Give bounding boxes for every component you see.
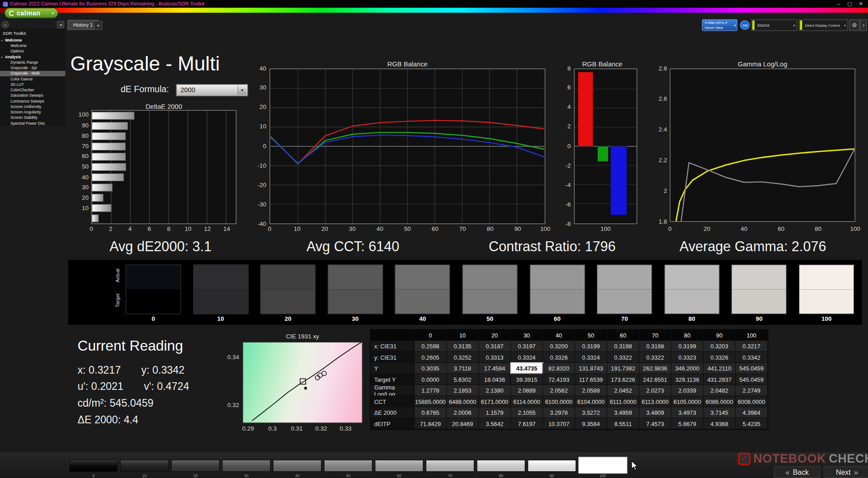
table-cell: 3.4809 <box>639 407 671 418</box>
patch-button-30[interactable] <box>222 460 271 472</box>
axis-tick-label: 20 <box>703 225 710 232</box>
notebookcheck-logo-icon: ✓ <box>738 452 750 465</box>
stat-contrast-ratio: Contrast Ratio: 1796 <box>459 239 645 255</box>
table-cell: 346.2000 <box>671 363 703 374</box>
swatch-target <box>665 289 719 314</box>
reading-u-prime: u': 0.2021 <box>77 379 123 395</box>
table-cell: 0.2598 <box>415 341 447 351</box>
sidebar-section-welcome[interactable]: ▾Welcome <box>0 37 65 43</box>
patch-level-label: 40 <box>273 473 322 478</box>
table-cell: 441.2110 <box>703 363 736 374</box>
axis-tick-label: 0.31 <box>291 425 302 431</box>
source-accent-stripe <box>752 20 755 30</box>
sidebar-item-saturation-sweeps[interactable]: Saturation Sweeps <box>0 93 65 98</box>
patch-button-100[interactable] <box>579 457 627 473</box>
sidebar: SDR Toolkit ▾WelcomeWelcomeOptions▾Analy… <box>0 29 65 126</box>
sidebar-collapse-button[interactable]: ◄ <box>57 21 64 28</box>
table-cell: 2.0562 <box>543 385 575 396</box>
rgb-balance-bar-chart-title: RGB Balance <box>566 60 639 68</box>
measurement-table: 0102030405060708090100x: CIE310.25980.31… <box>370 329 769 430</box>
calman-logo-button[interactable]: calman ▾ <box>5 8 58 18</box>
table-cell: 0.3323 <box>671 352 703 363</box>
minimize-button[interactable]: – <box>834 1 843 6</box>
axis-tick-label: 2.8 <box>659 65 667 71</box>
chevron-down-icon: ▼ <box>237 86 246 95</box>
axis-tick-label: 20 <box>321 225 328 232</box>
sidebar-item-welcome[interactable]: Welcome <box>0 43 65 49</box>
axis-tick-label: 90 <box>82 122 89 128</box>
table-header-cell: 70 <box>639 330 671 341</box>
next-button[interactable]: Next » <box>824 466 868 478</box>
add-tab-button[interactable]: + <box>94 21 102 30</box>
axis-tick-label: 0.3 <box>268 425 277 431</box>
table-cell: 2.1380 <box>479 385 511 396</box>
sidebar-item-colorchecker[interactable]: ColorChecker <box>0 87 65 93</box>
table-cell: 18.0436 <box>479 374 511 385</box>
axis-tick-label: 0 <box>668 225 672 232</box>
menu-button[interactable]: ≡ <box>2 21 9 28</box>
sidebar-item-screen-uniformity[interactable]: Screen Uniformity <box>0 104 65 109</box>
deltae-bar <box>92 164 126 171</box>
meter-line1: X-Rite i1Pro 2 <box>705 21 737 25</box>
axis-tick-label: 10 <box>82 205 89 211</box>
source-dropdown[interactable]: Source ▾ <box>751 19 797 31</box>
sidebar-item-luminance-sweeps[interactable]: Luminance Sweeps <box>0 98 65 104</box>
sidebar-item-3d-lut[interactable]: 3D LUT <box>0 82 65 87</box>
patch-button-60[interactable] <box>375 460 424 472</box>
patch-button-90[interactable] <box>528 460 576 472</box>
table-header-cell: 50 <box>575 330 607 341</box>
tab-history-1[interactable]: History 1 <box>67 20 98 30</box>
de-formula-select[interactable]: 2000 ▼ <box>176 84 248 96</box>
patch-button-10[interactable] <box>120 460 169 472</box>
table-cell: 1.1579 <box>479 407 511 418</box>
patch-button-0[interactable] <box>69 460 118 472</box>
patch-button-50[interactable] <box>324 460 373 472</box>
table-cell-highlighted: 43.4735 <box>511 363 543 374</box>
de-formula-value: 2000 <box>180 86 195 94</box>
sidebar-section-analysis[interactable]: ▾Analysis <box>0 54 65 60</box>
table-cell: 0.3203 <box>703 341 736 351</box>
patch-button-40[interactable] <box>273 460 322 472</box>
back-button[interactable]: « Back <box>774 466 821 478</box>
table-cell: 0.3322 <box>639 352 671 363</box>
swatch-actual <box>463 265 517 290</box>
rgb-bar-blue <box>610 146 627 215</box>
tree-expander-icon[interactable]: ▾ <box>1 38 2 42</box>
table-header-cell: 100 <box>736 330 768 341</box>
patch-button-20[interactable] <box>171 460 220 472</box>
sidebar-item-grayscale-multi[interactable]: Grayscale - Multi <box>0 71 65 76</box>
axis-tick-label: 20 <box>259 103 266 110</box>
sidebar-item-screen-stability[interactable]: Screen Stability <box>0 115 65 121</box>
sidebar-item-screen-angularity[interactable]: Screen Angularity <box>0 109 65 115</box>
swatch-target <box>126 289 180 314</box>
meter-button[interactable]: X-Rite i1Pro 2 Direct View ▾ <box>702 19 737 31</box>
mouse-cursor <box>631 460 638 471</box>
patch-button-80[interactable] <box>476 460 525 472</box>
table-cell: 6105.0000 <box>671 396 703 407</box>
sidebar-item-grayscale-2pt[interactable]: Grayscale - 2pt <box>0 65 65 70</box>
deltae-bar <box>92 173 124 181</box>
patch-button-70[interactable] <box>426 460 475 472</box>
sidebar-item-spectral-power-dist[interactable]: Spectral Power Dist. <box>0 121 65 126</box>
sidebar-item-dynamic-range[interactable]: Dynamic Range <box>0 60 65 65</box>
tree-expander-icon[interactable]: ▾ <box>1 55 2 59</box>
current-reading-title: Current Reading <box>77 337 189 355</box>
close-button[interactable]: ✕ <box>856 1 865 6</box>
axis-tick-label: 100 <box>78 112 88 118</box>
advance-button[interactable]: › <box>860 19 867 31</box>
maximize-button[interactable]: ▢ <box>845 1 854 6</box>
patch-level-label: 100 <box>579 473 627 478</box>
axis-tick-label: 14 <box>223 225 230 232</box>
sidebar-item-options[interactable]: Options <box>0 49 65 54</box>
axis-tick-label: 70 <box>82 142 89 149</box>
series-target <box>676 149 854 221</box>
axis-tick-label: 50 <box>82 163 89 170</box>
table-cell: 0.3198 <box>639 341 671 351</box>
sidebar-item-color-gamut[interactable]: Color Gamut <box>0 76 65 82</box>
display-control-dropdown[interactable]: Direct Display Control ▾ <box>799 19 848 31</box>
table-cell: 3.2978 <box>543 407 575 418</box>
table-cell: 6008.0000 <box>736 396 768 407</box>
swatch-actual <box>328 265 382 290</box>
settings-gear-button[interactable]: ⚙ <box>849 19 859 31</box>
table-cell: 0.3217 <box>736 341 768 351</box>
